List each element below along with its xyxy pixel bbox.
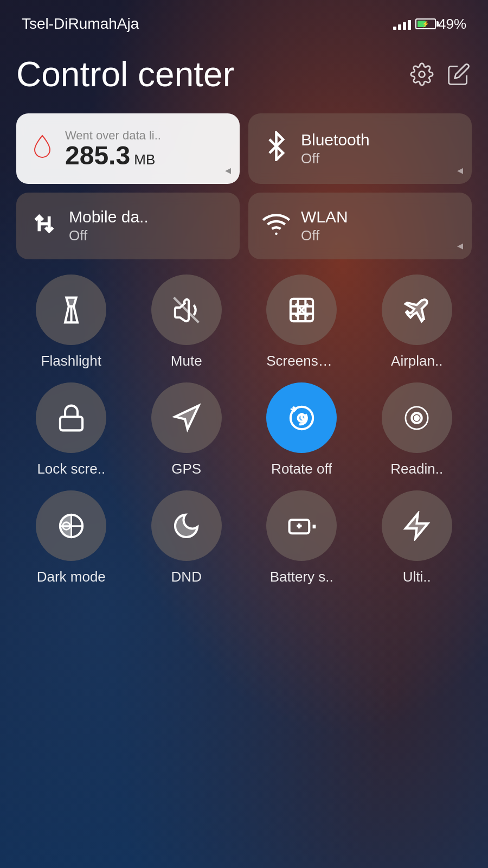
settings-icon[interactable] [409,61,435,87]
flashlight-label: Flashlight [41,353,101,369]
svg-point-15 [298,414,305,422]
header-actions [409,61,472,87]
wlan-label: WLAN [301,208,348,226]
ultra-button[interactable]: Ulti.. [362,490,472,591]
screenshot-button[interactable]: Screensho.. [247,275,357,369]
bluetooth-icon [261,131,291,166]
dnd-label: DND [171,569,202,585]
page-title: Control center [16,54,234,94]
data-usage-tile[interactable]: Went over data li.. 285.3 MB ◂ [16,113,240,184]
wlan-tile[interactable]: WLAN Off ◂ [248,193,472,259]
title-row: Control center [16,54,472,94]
ultra-circle [382,490,452,561]
svg-rect-12 [60,417,82,430]
dark-mode-circle [36,490,106,561]
wlan-status: Off [301,227,348,244]
battery-saver-label: Battery s.. [270,569,333,585]
bluetooth-tile-arrow: ◂ [457,163,463,177]
mobile-data-tile[interactable]: Mobile da.. Off [16,193,240,259]
ultra-label: Ulti.. [403,569,431,585]
lock-screen-button[interactable]: Lock scre.. [16,382,126,477]
mobile-data-label: Mobile da.. [69,208,149,226]
svg-point-18 [415,416,419,420]
wlan-tile-arrow: ◂ [457,239,463,253]
airplane-button[interactable]: Airplan.. [362,275,472,369]
icon-row-1: Flashlight Mute [16,275,472,369]
reading-button[interactable]: Readin.. [362,382,472,477]
rotate-off-circle [266,382,337,453]
icon-row-3: Dark mode DND Battery s.. [16,490,472,591]
dark-mode-button[interactable]: Dark mode [16,490,126,591]
battery-percent: 49% [438,16,466,33]
reading-label: Readin.. [390,461,443,477]
status-bar: Tsel-DiRumahAja ⚡ 49% [16,0,472,38]
battery-indicator: ⚡ 49% [415,16,466,33]
data-usage-value: 285.3 MB [65,143,161,169]
signal-icon [393,18,411,30]
icon-row-2: Lock scre.. GPS Rotate of [16,382,472,477]
lock-screen-label: Lock scre.. [37,461,105,477]
top-tiles: Went over data li.. 285.3 MB ◂ Bluetooth… [16,113,472,259]
screenshot-label: Screensho.. [266,353,337,369]
svg-point-20 [62,522,70,529]
airplane-label: Airplan.. [391,353,442,369]
svg-point-0 [419,72,425,78]
rotate-off-button[interactable]: Rotate off [247,382,357,477]
svg-marker-24 [406,513,428,538]
screenshot-circle [266,275,337,345]
svg-marker-13 [175,405,199,429]
data-tile-arrow: ◂ [225,163,231,177]
data-drop-icon [29,133,55,164]
airplane-circle [382,275,452,345]
flashlight-button[interactable]: Flashlight [16,275,126,369]
mobile-data-status: Off [69,227,149,244]
bluetooth-status: Off [301,150,370,167]
gps-label: GPS [171,461,201,477]
battery-icon: ⚡ [415,18,436,29]
dark-mode-label: Dark mode [37,569,106,585]
dnd-circle [151,490,222,561]
lock-screen-circle [36,382,106,453]
edit-icon[interactable] [446,61,472,87]
mute-button[interactable]: Mute [132,275,242,369]
mobile-data-icon [29,209,59,244]
gps-button[interactable]: GPS [132,382,242,477]
battery-saver-button[interactable]: Battery s.. [247,490,357,591]
rotate-off-label: Rotate off [271,461,332,477]
bluetooth-label: Bluetooth [301,131,370,149]
bluetooth-tile[interactable]: Bluetooth Off ◂ [248,113,472,184]
dnd-button[interactable]: DND [132,490,242,591]
gps-circle [151,382,222,453]
mute-label: Mute [171,353,202,369]
svg-point-2 [275,232,278,235]
reading-circle [382,382,452,453]
carrier-label: Tsel-DiRumahAja [22,15,139,33]
mute-circle [151,275,222,345]
battery-saver-circle [266,490,337,561]
wlan-icon [261,209,291,244]
flashlight-circle [36,275,106,345]
status-icons: ⚡ 49% [393,16,466,33]
